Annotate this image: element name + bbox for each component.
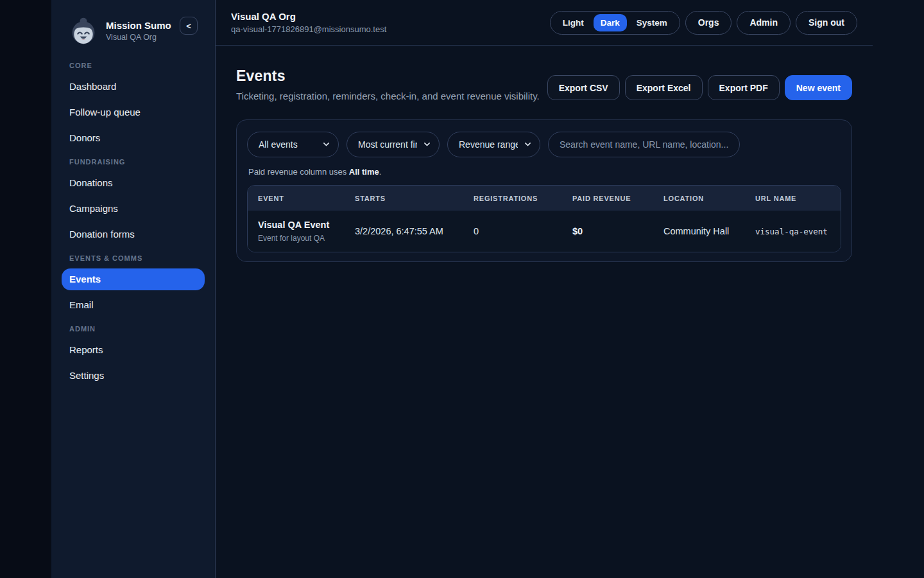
column-header-location: LOCATION: [653, 186, 745, 211]
org-identity: Visual QA Org qa-visual-1771826891@missi…: [231, 11, 386, 34]
nav-section-events-comms: EVENTS & COMMS Events Email: [62, 254, 205, 316]
sumo-logo-icon: [69, 17, 98, 45]
cell-registrations: 0: [463, 211, 562, 252]
events-page: Events Ticketing, registration, reminder…: [216, 46, 873, 262]
cell-url-name: visual-qa-event: [745, 211, 841, 252]
nav-section-fundraising: FUNDRAISING Donations Campaigns Donation…: [62, 158, 205, 245]
nav-section-label: ADMIN: [69, 325, 197, 333]
page-title: Events: [236, 67, 540, 85]
chevron-left-icon: <: [186, 21, 191, 31]
header-actions: Light Dark System Orgs Admin Sign out: [550, 11, 857, 35]
nav-section-label: FUNDRAISING: [69, 158, 197, 166]
export-pdf-button[interactable]: Export PDF: [708, 75, 780, 100]
sidebar-item-follow-up-queue[interactable]: Follow-up queue: [62, 101, 205, 123]
org-email: qa-visual-1771826891@missionsumo.test: [231, 24, 386, 34]
cell-starts: 3/2/2026, 6:47:55 AM: [345, 211, 463, 252]
event-type-select[interactable]: All events: [247, 132, 339, 157]
column-header-paid-revenue: PAID REVENUE: [562, 186, 653, 211]
page-header: Events Ticketing, registration, reminder…: [236, 67, 852, 101]
sidebar-collapse-button[interactable]: <: [180, 17, 198, 35]
sidebar: Mission Sumo Visual QA Org < CORE Dashbo…: [51, 0, 216, 578]
event-description: Event for layout QA: [258, 234, 334, 243]
event-start-time: 3/2/2026, 6:47:55 AM: [355, 226, 453, 236]
sidebar-item-email[interactable]: Email: [62, 294, 205, 316]
table-header-row: EVENT STARTS REGISTRATIONS PAID REVENUE …: [248, 186, 841, 211]
caption-prefix: Paid revenue column uses: [248, 167, 349, 177]
sort-select[interactable]: Most current fir: [346, 132, 440, 157]
sidebar-item-donations[interactable]: Donations: [62, 172, 205, 194]
column-header-registrations: REGISTRATIONS: [463, 186, 562, 211]
brand-text: Mission Sumo Visual QA Org: [106, 20, 171, 42]
org-name: Visual QA Org: [231, 11, 386, 22]
sidebar-item-reports[interactable]: Reports: [62, 339, 205, 361]
column-header-event: EVENT: [248, 186, 345, 211]
filters-row: All events Most current fir Revenue rang…: [247, 132, 841, 157]
column-header-url-name: URL NAME: [745, 186, 841, 211]
main-area: Visual QA Org qa-visual-1771826891@missi…: [216, 0, 924, 578]
orgs-button[interactable]: Orgs: [685, 11, 732, 35]
revenue-range-select[interactable]: Revenue range:: [447, 132, 540, 157]
event-registrations: 0: [474, 226, 552, 236]
brand-org: Visual QA Org: [106, 33, 171, 42]
search-input[interactable]: [548, 132, 740, 157]
page-subtitle: Ticketing, registration, reminders, chec…: [236, 91, 540, 101]
theme-option-system[interactable]: System: [629, 14, 674, 31]
cell-paid-revenue: $0: [562, 211, 653, 252]
event-location: Community Hall: [663, 226, 735, 236]
theme-toggle: Light Dark System: [550, 11, 680, 35]
sidebar-item-campaigns[interactable]: Campaigns: [62, 198, 205, 220]
caption-suffix: .: [379, 167, 382, 177]
sidebar-item-settings[interactable]: Settings: [62, 365, 205, 387]
column-header-starts: STARTS: [345, 186, 463, 211]
admin-button[interactable]: Admin: [737, 11, 791, 35]
event-paid-revenue: $0: [572, 226, 643, 236]
nav-section-label: CORE: [69, 62, 197, 69]
sidebar-item-events[interactable]: Events: [62, 268, 205, 290]
export-excel-button[interactable]: Export Excel: [625, 75, 703, 100]
caption-bold: All time: [349, 167, 379, 177]
event-name: Visual QA Event: [258, 220, 334, 230]
new-event-button[interactable]: New event: [785, 75, 852, 100]
nav-section-admin: ADMIN Reports Settings: [62, 325, 205, 387]
page-heading-block: Events Ticketing, registration, reminder…: [236, 67, 540, 101]
sidebar-nav: CORE Dashboard Follow-up queue Donors FU…: [62, 62, 205, 387]
page-actions: Export CSV Export Excel Export PDF New e…: [547, 75, 852, 100]
revenue-range-select-wrap: Revenue range:: [447, 132, 540, 157]
brand-name: Mission Sumo: [106, 20, 171, 32]
events-card: All events Most current fir Revenue rang…: [236, 119, 852, 262]
sidebar-item-donors[interactable]: Donors: [62, 127, 205, 149]
cell-location: Community Hall: [653, 211, 745, 252]
app-root: Mission Sumo Visual QA Org < CORE Dashbo…: [0, 0, 924, 578]
theme-option-dark[interactable]: Dark: [594, 14, 627, 31]
nav-section-label: EVENTS & COMMS: [69, 254, 197, 262]
cell-event: Visual QA Event Event for layout QA: [248, 211, 345, 252]
events-table: EVENT STARTS REGISTRATIONS PAID REVENUE …: [247, 185, 841, 252]
revenue-caption: Paid revenue column uses All time.: [248, 167, 840, 177]
sidebar-item-dashboard[interactable]: Dashboard: [62, 76, 205, 98]
event-url-name: visual-qa-event: [755, 227, 830, 236]
nav-section-core: CORE Dashboard Follow-up queue Donors: [62, 62, 205, 149]
table-row[interactable]: Visual QA Event Event for layout QA 3/2/…: [248, 211, 841, 252]
sort-select-wrap: Most current fir: [346, 132, 440, 157]
left-gutter: [0, 0, 51, 578]
top-header: Visual QA Org qa-visual-1771826891@missi…: [216, 0, 873, 46]
event-type-select-wrap: All events: [247, 132, 339, 157]
sign-out-button[interactable]: Sign out: [796, 11, 857, 35]
export-csv-button[interactable]: Export CSV: [547, 75, 620, 100]
theme-option-light[interactable]: Light: [556, 14, 591, 31]
sidebar-item-donation-forms[interactable]: Donation forms: [62, 223, 205, 245]
